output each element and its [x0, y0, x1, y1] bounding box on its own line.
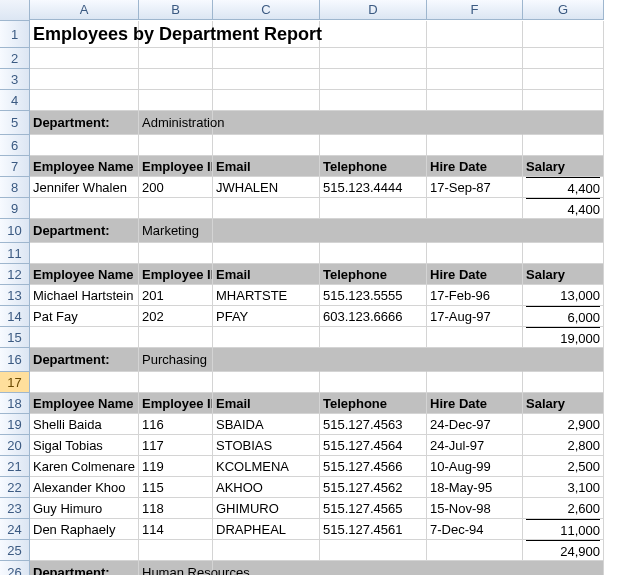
cell[interactable] — [320, 90, 427, 111]
cell[interactable] — [139, 198, 213, 219]
cell[interactable] — [427, 69, 523, 90]
row-header-22[interactable]: 22 — [0, 477, 30, 498]
cell[interactable] — [139, 48, 213, 69]
cell[interactable] — [523, 90, 604, 111]
cell[interactable] — [427, 327, 523, 348]
cell[interactable] — [523, 48, 604, 69]
row-header-21[interactable]: 21 — [0, 456, 30, 477]
row-header-12[interactable]: 12 — [0, 264, 30, 285]
cell[interactable] — [30, 48, 139, 69]
cell[interactable] — [213, 348, 320, 372]
cell[interactable] — [320, 372, 427, 393]
row-header-19[interactable]: 19 — [0, 414, 30, 435]
row-header-16[interactable]: 16 — [0, 348, 30, 372]
row-header-26[interactable]: 26 — [0, 561, 30, 575]
cell[interactable] — [523, 348, 604, 372]
row-header-13[interactable]: 13 — [0, 285, 30, 306]
cell[interactable] — [213, 243, 320, 264]
cell[interactable] — [30, 327, 139, 348]
row-header-24[interactable]: 24 — [0, 519, 30, 540]
row-header-2[interactable]: 2 — [0, 48, 30, 69]
cell[interactable] — [30, 243, 139, 264]
row-header-5[interactable]: 5 — [0, 111, 30, 135]
cell[interactable] — [523, 219, 604, 243]
row-header-14[interactable]: 14 — [0, 306, 30, 327]
cell[interactable] — [523, 243, 604, 264]
cell[interactable] — [213, 90, 320, 111]
cell[interactable] — [427, 372, 523, 393]
cell[interactable] — [427, 48, 523, 69]
cell[interactable] — [213, 48, 320, 69]
cell[interactable] — [427, 90, 523, 111]
cell[interactable] — [427, 21, 523, 48]
cell[interactable] — [320, 540, 427, 561]
cell[interactable] — [320, 348, 427, 372]
row-header-8[interactable]: 8 — [0, 177, 30, 198]
row-header-4[interactable]: 4 — [0, 90, 30, 111]
select-all-corner[interactable] — [0, 0, 30, 21]
cell[interactable] — [523, 372, 604, 393]
col-header-G[interactable]: G — [523, 0, 604, 20]
cell[interactable] — [320, 243, 427, 264]
cell[interactable] — [523, 135, 604, 156]
row-header-7[interactable]: 7 — [0, 156, 30, 177]
cell[interactable] — [30, 90, 139, 111]
row-header-9[interactable]: 9 — [0, 198, 30, 219]
col-header-B[interactable]: B — [139, 0, 213, 20]
spreadsheet-grid[interactable]: ABCDFG1Employees by Department Report234… — [0, 0, 627, 575]
cell[interactable] — [427, 243, 523, 264]
cell[interactable] — [427, 348, 523, 372]
cell[interactable] — [139, 372, 213, 393]
cell[interactable] — [213, 540, 320, 561]
row-header-6[interactable]: 6 — [0, 135, 30, 156]
cell[interactable] — [523, 69, 604, 90]
cell[interactable] — [30, 69, 139, 90]
cell[interactable] — [320, 69, 427, 90]
cell[interactable] — [213, 327, 320, 348]
cell[interactable] — [427, 135, 523, 156]
cell[interactable] — [523, 21, 604, 48]
row-header-20[interactable]: 20 — [0, 435, 30, 456]
cell[interactable] — [523, 111, 604, 135]
cell[interactable] — [213, 111, 320, 135]
cell[interactable] — [427, 540, 523, 561]
cell[interactable] — [139, 90, 213, 111]
cell[interactable] — [213, 135, 320, 156]
cell[interactable] — [320, 135, 427, 156]
row-header-17[interactable]: 17 — [0, 372, 30, 393]
row-header-25[interactable]: 25 — [0, 540, 30, 561]
col-header-D[interactable]: D — [320, 0, 427, 20]
cell[interactable] — [30, 372, 139, 393]
cell[interactable] — [320, 198, 427, 219]
cell[interactable] — [139, 243, 213, 264]
row-header-18[interactable]: 18 — [0, 393, 30, 414]
cell[interactable] — [320, 21, 427, 48]
col-header-C[interactable]: C — [213, 0, 320, 20]
cell[interactable] — [30, 135, 139, 156]
col-header-F[interactable]: F — [427, 0, 523, 20]
row-header-1[interactable]: 1 — [0, 21, 30, 48]
row-header-3[interactable]: 3 — [0, 69, 30, 90]
row-header-10[interactable]: 10 — [0, 219, 30, 243]
cell[interactable] — [139, 327, 213, 348]
row-header-23[interactable]: 23 — [0, 498, 30, 519]
cell[interactable] — [213, 198, 320, 219]
cell[interactable] — [30, 540, 139, 561]
cell[interactable] — [213, 69, 320, 90]
col-header-A[interactable]: A — [30, 0, 139, 20]
cell[interactable] — [320, 219, 427, 243]
row-header-15[interactable]: 15 — [0, 327, 30, 348]
cell[interactable] — [139, 540, 213, 561]
cell[interactable] — [30, 198, 139, 219]
cell[interactable] — [427, 219, 523, 243]
cell[interactable] — [523, 561, 604, 575]
cell[interactable] — [139, 69, 213, 90]
cell[interactable] — [320, 111, 427, 135]
cell[interactable] — [213, 219, 320, 243]
cell[interactable] — [427, 561, 523, 575]
cell[interactable] — [427, 111, 523, 135]
cell[interactable] — [320, 327, 427, 348]
cell[interactable] — [427, 198, 523, 219]
cell[interactable] — [320, 561, 427, 575]
row-header-11[interactable]: 11 — [0, 243, 30, 264]
